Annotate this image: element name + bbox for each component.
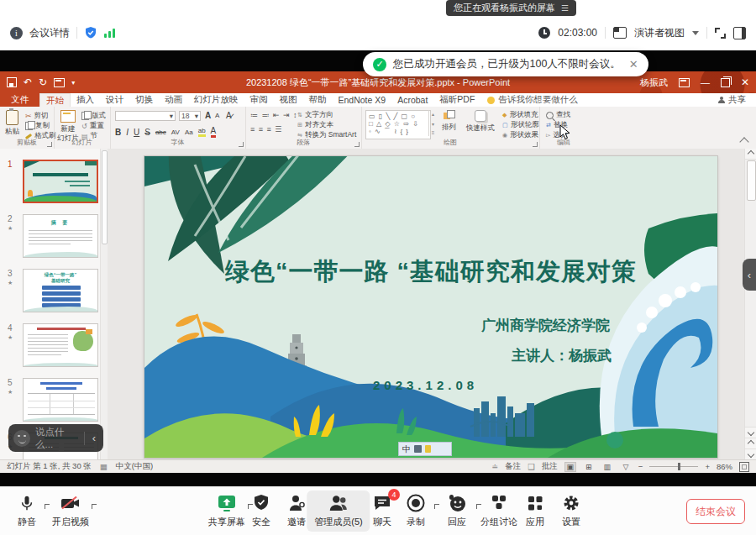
mute-options-chevron[interactable]	[45, 504, 50, 509]
italic-button[interactable]: I	[126, 128, 129, 137]
react-button[interactable]: 回应	[447, 493, 467, 528]
slide-title[interactable]: 绿色“一带一路 “基础研究和发展对策	[144, 255, 717, 289]
zoom-level[interactable]: 86%	[717, 462, 732, 471]
font-size-select[interactable]: 18▾	[179, 111, 201, 121]
scroll-up-button[interactable]	[745, 149, 756, 160]
meeting-details-link[interactable]: 会议详情	[29, 26, 70, 40]
slide-thumbnail-3[interactable]: 绿色“一带一路” 基础研究	[23, 269, 98, 312]
slide-speaker[interactable]: 主讲人：杨振武	[512, 346, 612, 365]
minimize-icon[interactable]: —	[701, 77, 710, 87]
chat-collapse-icon[interactable]: ‹	[90, 432, 98, 444]
toast-close-icon[interactable]: ✕	[629, 58, 638, 71]
info-icon[interactable]: i	[10, 27, 23, 39]
shadow-button[interactable]: abc	[155, 129, 166, 136]
reset-button[interactable]: ↺重置	[81, 121, 106, 131]
tab-transitions[interactable]: 切换	[129, 93, 159, 107]
fullscreen-icon[interactable]	[715, 28, 726, 39]
text-direction-button[interactable]: ⇅文字方向	[297, 110, 356, 120]
change-case-button[interactable]: Aa	[185, 129, 193, 136]
zoom-in-button[interactable]: +	[705, 462, 710, 471]
slide-date[interactable]: 2023.12.08	[373, 378, 478, 392]
zoom-slider[interactable]	[649, 466, 698, 467]
tab-review[interactable]: 审阅	[244, 93, 274, 107]
shapes-gallery[interactable]: ▭ ▯ ╲ ╱ ▢ ○ □ △ ◇ ☆ ⇨ ⇩ ◦ ∿ ⌒ ≀ { }	[365, 110, 431, 139]
tab-design[interactable]: 设计	[100, 93, 129, 107]
security-button[interactable]: 安全	[252, 493, 270, 528]
ime-tool-icon[interactable]	[425, 445, 431, 453]
restore-window-icon[interactable]	[721, 78, 730, 87]
chat-quick-input[interactable]: 说点什么... ‹	[8, 424, 103, 452]
font-color-button[interactable]: A	[211, 126, 217, 138]
manage-members-button[interactable]: 管理成员(5)	[307, 490, 370, 532]
tab-view[interactable]: 视图	[274, 93, 303, 107]
sidebar-collapse-tab[interactable]: ‹	[743, 259, 756, 291]
end-meeting-button[interactable]: 结束会议	[686, 499, 745, 524]
font-name-select[interactable]: ▾	[115, 111, 176, 121]
save-icon[interactable]	[7, 77, 17, 87]
slide-sorter-button[interactable]: ⊞	[583, 462, 595, 472]
quick-styles-button[interactable]: 快速样式	[466, 110, 495, 134]
ribbon-options-icon[interactable]	[679, 78, 690, 87]
tab-animations[interactable]: 动画	[159, 93, 188, 107]
network-signal-icon[interactable]	[104, 28, 115, 38]
paste-button[interactable]: 粘贴	[5, 110, 19, 137]
scroll-down-button[interactable]	[745, 427, 756, 438]
slide-organization[interactable]: 广州商学院经济学院	[481, 316, 610, 335]
scrollbar-thumb[interactable]	[102, 150, 108, 244]
bold-button[interactable]: B	[115, 128, 121, 137]
chevron-down-icon[interactable]	[692, 31, 699, 35]
collapse-ribbon-button[interactable]	[739, 137, 748, 146]
breakout-rooms-button[interactable]: 分组讨论	[480, 493, 517, 528]
tab-file[interactable]: 文件	[0, 93, 39, 107]
align-buttons[interactable]: ≡ ≡ ≡ ☰	[250, 125, 282, 134]
banner-menu-icon[interactable]: ☰	[561, 3, 569, 13]
slide-scrollbar[interactable]	[744, 149, 756, 459]
current-slide[interactable]: 绿色“一带一路 “基础研究和发展对策 广州商学院经济学院 主讲人：杨振武 202…	[144, 156, 717, 458]
record-options-chevron[interactable]	[434, 504, 439, 509]
mute-button[interactable]: 静音	[18, 493, 36, 528]
notes-toggle[interactable]: 备注	[505, 461, 521, 472]
apps-button[interactable]: 应用	[525, 493, 545, 528]
comments-toggle[interactable]: 批注	[542, 461, 558, 472]
layout-button[interactable]: 版式	[81, 111, 106, 121]
next-slide-button[interactable]	[745, 448, 756, 459]
strike-button[interactable]: S	[144, 128, 150, 137]
tab-home[interactable]: 开始	[39, 93, 71, 107]
slide-thumbnail-5[interactable]	[23, 378, 98, 422]
underline-button[interactable]: U	[134, 128, 139, 137]
arrange-button[interactable]: 排列	[442, 110, 456, 133]
slideshow-view-button[interactable]: ▽	[620, 462, 632, 472]
reading-view-button[interactable]: ▥	[601, 462, 613, 472]
account-name[interactable]: 杨振武	[640, 76, 668, 89]
char-spacing-button[interactable]: AV	[171, 129, 180, 136]
shape-outline-button[interactable]: ▢形状轮廓	[502, 120, 539, 130]
dialog-launcher[interactable]	[354, 142, 360, 147]
tab-help[interactable]: 帮助	[303, 93, 333, 107]
watching-banner[interactable]: 您正在观看杨振武的屏幕 ☰	[446, 0, 576, 16]
side-panel-icon[interactable]	[733, 27, 746, 39]
find-button[interactable]: 查找	[546, 110, 570, 120]
qat-caret-icon[interactable]: ▾	[71, 79, 75, 87]
ime-mode-icon[interactable]	[414, 445, 422, 453]
language-indicator[interactable]: 中文(中国)	[116, 461, 153, 472]
cut-button[interactable]: ✂剪切	[25, 111, 56, 121]
dialog-launcher[interactable]	[533, 142, 538, 147]
shapes-scrollbar[interactable]: ▴▾≡	[428, 110, 437, 136]
shrink-font-button[interactable]: A	[215, 112, 219, 119]
tab-acrobat[interactable]: Acrobat	[391, 93, 433, 107]
share-button[interactable]: 共享	[718, 93, 756, 107]
ime-toolbar[interactable]: 中	[398, 442, 452, 456]
clear-format-button[interactable]: A̷	[226, 111, 232, 120]
video-options-chevron[interactable]	[92, 504, 97, 509]
align-text-button[interactable]: ⊞对齐文本	[297, 120, 356, 130]
previous-slide-button[interactable]	[745, 438, 756, 448]
slide-thumbnail-4[interactable]	[23, 323, 98, 367]
slide-thumbnail-2[interactable]: 摘 要	[23, 214, 98, 258]
security-shield-icon[interactable]	[84, 26, 97, 39]
zoom-slider-thumb[interactable]	[678, 463, 680, 470]
zoom-out-button[interactable]: −	[638, 462, 643, 471]
start-video-button[interactable]: 开启视频	[52, 493, 89, 528]
grow-font-button[interactable]: A	[205, 111, 211, 120]
normal-view-button[interactable]: ▣	[564, 462, 576, 472]
share-screen-button[interactable]: 共享屏幕	[208, 493, 245, 528]
